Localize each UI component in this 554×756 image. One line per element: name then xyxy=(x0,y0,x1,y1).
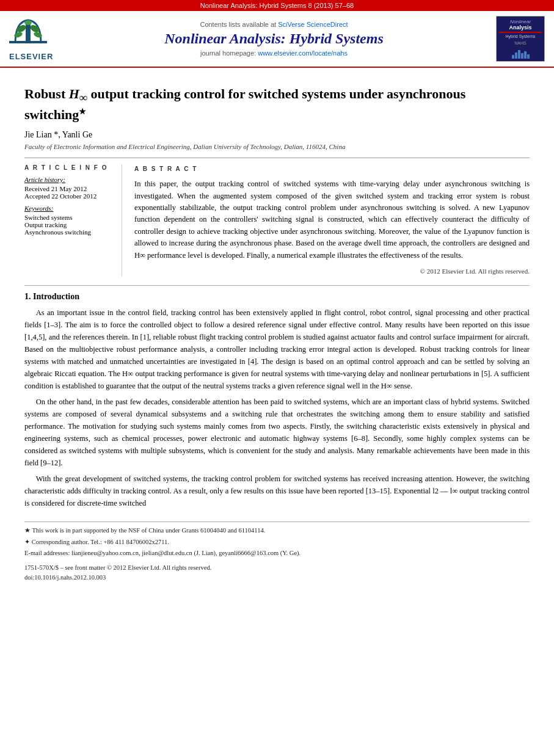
journal-header-center: Contents lists available at SciVerse Sci… xyxy=(52,21,496,57)
footnote-funding: ★ This work is in part supported by the … xyxy=(24,526,530,536)
abstract-column: A B S T R A C T In this paper, the outpu… xyxy=(134,164,530,277)
journal-header: ELSEVIER Contents lists available at Sci… xyxy=(0,11,554,68)
contents-available-line: Contents lists available at SciVerse Sci… xyxy=(52,21,496,28)
footnote-section: ★ This work is in part supported by the … xyxy=(24,522,530,583)
info-abstract-section: A R T I C L E I N F O Article history: R… xyxy=(24,158,530,277)
section1-heading: 1. Introduction xyxy=(24,292,530,302)
elsevier-wordmark: ELSEVIER xyxy=(9,52,53,61)
journal-title: Nonlinear Analysis: Hybrid Systems xyxy=(52,31,496,47)
copyright-line: © 2012 Elsevier Ltd. All rights reserved… xyxy=(134,266,530,277)
authors-line: Jie Lian *, Yanli Ge xyxy=(24,130,530,140)
svg-point-2 xyxy=(16,24,27,34)
keywords-label: Keywords: xyxy=(24,205,114,212)
journal-homepage-line: journal homepage: www.elsevier.com/locat… xyxy=(52,49,496,57)
paper-title: Robust H∞ output tracking control for sw… xyxy=(24,85,530,124)
abstract-heading: A B S T R A C T xyxy=(134,164,530,174)
section1-body: As an important issue in the control fie… xyxy=(24,307,530,509)
elsevier-tree-icon xyxy=(9,16,47,52)
article-info-heading: A R T I C L E I N F O xyxy=(24,164,114,171)
keyword-2: Output tracking xyxy=(24,221,114,228)
section1-para3: With the great development of switched s… xyxy=(24,473,530,509)
section1-para1: As an important issue in the control fie… xyxy=(24,307,530,392)
accepted-date: Accepted 22 October 2012 xyxy=(24,192,114,200)
svg-point-6 xyxy=(24,20,32,25)
svg-rect-1 xyxy=(26,23,31,42)
elsevier-logo: ELSEVIER xyxy=(9,16,52,61)
doi: doi:10.1016/j.nahs.2012.10.003 xyxy=(24,573,530,583)
footnote-email: E-mail addresses: lianjieneu@yahoo.com.c… xyxy=(24,548,530,558)
sciverse-link[interactable]: SciVerse ScienceDirect xyxy=(278,21,348,28)
keyword-1: Switched systems xyxy=(24,214,114,221)
article-info-column: A R T I C L E I N F O Article history: R… xyxy=(24,164,122,277)
journal-logo-box: Nonlinear Analysis Hybrid Systems NAHS xyxy=(496,16,545,62)
section-divider xyxy=(24,285,530,286)
journal-citation-banner: Nonlinear Analysis: Hybrid Systems 8 (20… xyxy=(0,0,554,11)
homepage-link[interactable]: www.elsevier.com/locate/nahs xyxy=(258,49,348,57)
svg-point-3 xyxy=(29,24,41,34)
article-history-label: Article history: xyxy=(24,176,114,183)
received-date: Received 21 May 2012 xyxy=(24,185,114,192)
section1-para2: On the other hand, in the past few decad… xyxy=(24,396,530,469)
footnote-corresponding: ✦ Corresponding author. Tel.: +86 411 84… xyxy=(24,537,530,547)
issn: 1751-570X/$ – see front matter © 2012 El… xyxy=(24,563,530,573)
title-footnote-mark: ★ xyxy=(79,107,86,116)
affiliation-line: Faculty of Electronic Information and El… xyxy=(24,143,530,150)
main-content: Robust H∞ output tracking control for sw… xyxy=(0,68,554,595)
issn-doi-line: 1751-570X/$ – see front matter © 2012 El… xyxy=(24,563,530,583)
keyword-3: Asynchronous switching xyxy=(24,228,114,236)
abstract-text: In this paper, the output tracking contr… xyxy=(134,178,530,261)
